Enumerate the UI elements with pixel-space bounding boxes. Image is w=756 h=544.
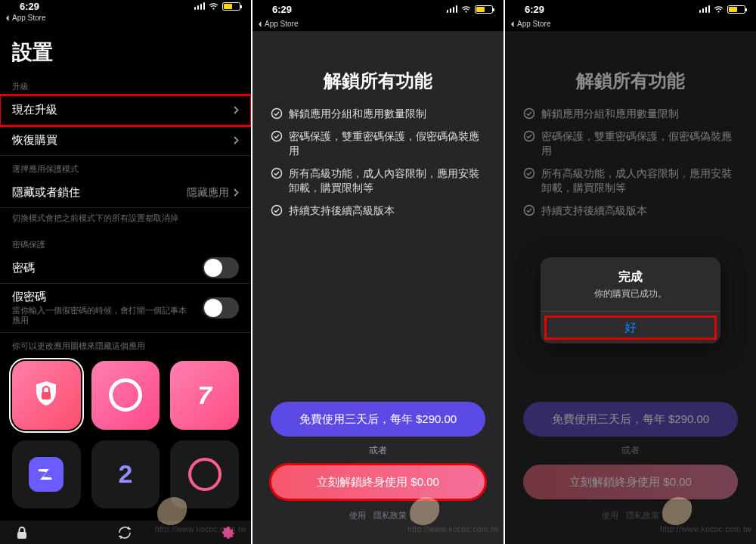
mode-value: 隱藏應用 [187, 186, 229, 200]
svg-point-2 [272, 109, 282, 119]
disguise-icon-z[interactable] [12, 440, 81, 509]
mode-label: 隱藏或者鎖住 [12, 185, 80, 200]
alert-title: 完成 [551, 269, 710, 285]
check-icon [523, 204, 535, 216]
status-bar: 6:29 [505, 0, 756, 18]
battery-icon [475, 5, 493, 14]
or-label: 或者 [523, 444, 738, 457]
check-icon [271, 107, 283, 120]
or-label: 或者 [271, 444, 485, 457]
back-to-appstore[interactable]: App Store [253, 18, 503, 31]
feature-item: 密碼保護，雙重密碼保護，假密碼偽裝應用 [271, 129, 485, 159]
z-logo-icon [29, 457, 64, 492]
digit-seven: 7 [197, 381, 212, 410]
feature-text: 所有高級功能，成人內容限制，應用安裝卸載，購買限制等 [289, 166, 485, 196]
feature-list: 解鎖應用分組和應用數量限制 密碼保護，雙重密碼保護，假密碼偽裝應用 所有高級功能… [253, 107, 503, 218]
status-time: 6:29 [272, 4, 292, 15]
disguise-icon-seven[interactable]: 7 [170, 361, 239, 430]
disguise-icon-shield[interactable] [12, 361, 81, 430]
alert-ok-button[interactable]: 好 [541, 312, 720, 343]
lifetime-unlock-button[interactable]: 立刻解鎖終身使用 $0.00 [523, 465, 738, 499]
mode-row[interactable]: 隱藏或者鎖住 隱藏應用 [0, 178, 251, 208]
mode-footnote: 切換模式會把之前模式下的所有設置都取消掉 [0, 208, 251, 232]
disguise-icon-circle[interactable] [170, 440, 239, 509]
cellular-icon [699, 5, 711, 13]
lock-icon[interactable] [15, 526, 29, 539]
free-trial-button[interactable]: 免費使用三天后，每年 $290.00 [523, 402, 738, 437]
disguise-icon-two[interactable]: 2 [91, 440, 160, 509]
svg-point-5 [272, 205, 282, 215]
alert-message: 你的購買已成功。 [551, 288, 710, 300]
passcode-row[interactable]: 密碼 [0, 253, 251, 284]
unlock-title: 解鎖所有功能 [253, 69, 503, 93]
restore-purchase-row[interactable]: 恢復購買 [0, 126, 251, 156]
chevron-left-icon [510, 21, 516, 27]
chevron-right-icon [234, 188, 239, 197]
battery-icon [222, 2, 240, 11]
feature-list: 解鎖應用分組和應用數量限制 密碼保護，雙重密碼保護，假密碼偽裝應用 所有高級功能… [505, 107, 756, 218]
section-upgrade-label: 升級 [0, 73, 251, 95]
svg-point-8 [525, 168, 534, 178]
back-label: App Store [517, 20, 550, 28]
fakecode-label: 假密碼 [12, 290, 46, 304]
disguise-icon-ring[interactable] [91, 361, 160, 430]
passcode-toggle[interactable] [203, 257, 239, 278]
ring-icon [109, 378, 142, 412]
section-disguise-label: 你可以更改應用圖標來隱藏這個應用 [0, 333, 251, 355]
chevron-left-icon [5, 15, 11, 21]
gear-icon[interactable] [221, 525, 236, 540]
bottom-bar [0, 521, 251, 544]
feature-text: 解鎖應用分組和應用數量限制 [289, 107, 426, 122]
check-icon [523, 167, 535, 179]
svg-point-6 [525, 109, 534, 119]
feature-item: 所有高級功能，成人內容限制，應用安裝卸載，購買限制等 [271, 166, 485, 196]
cellular-icon [194, 2, 206, 10]
free-trial-button[interactable]: 免費使用三天后，每年 $290.00 [271, 402, 485, 437]
screen-unlock: 6:29 App Store 解鎖所有功能 解鎖應用分組和應用數量限制 密碼保護… [253, 0, 503, 544]
digit-two: 2 [119, 459, 133, 489]
wifi-icon [713, 5, 724, 14]
shield-lock-icon [30, 379, 62, 411]
chevron-right-icon [234, 106, 239, 114]
svg-point-3 [272, 131, 282, 141]
footer-links[interactable]: 使用 隱私政策 [271, 510, 485, 521]
circle-icon [188, 458, 222, 491]
feature-item: 密碼保護，雙重密碼保護，假密碼偽裝應用 [523, 129, 738, 159]
status-time: 6:29 [525, 4, 544, 15]
sync-icon[interactable] [117, 525, 132, 540]
unlock-title: 解鎖所有功能 [505, 69, 756, 93]
feature-text: 持續支持後續高級版本 [541, 204, 647, 219]
fakecode-row[interactable]: 假密碼 當你輸入一個假密碼的時候，會打開一個記事本應用 [0, 284, 251, 333]
page-title: 設置 [0, 25, 251, 73]
back-to-appstore[interactable]: App Store [505, 18, 756, 31]
disguise-icon-grid: 7 2 [0, 355, 251, 521]
chevron-left-icon [257, 21, 263, 27]
cta-area: 免費使用三天后，每年 $290.00 或者 立刻解鎖終身使用 $0.00 使用 … [253, 402, 503, 521]
check-icon [271, 204, 283, 216]
feature-text: 所有高級功能，成人內容限制，應用安裝卸載，購買限制等 [541, 166, 738, 196]
screen-unlock-success: 6:29 App Store 解鎖所有功能 解鎖應用分組和應用數量限制 密碼保護… [505, 0, 756, 544]
status-time: 6:29 [20, 1, 39, 12]
lifetime-unlock-button[interactable]: 立刻解鎖終身使用 $0.00 [271, 465, 485, 499]
chevron-right-icon [234, 136, 239, 145]
svg-point-4 [272, 168, 282, 178]
back-to-appstore[interactable]: App Store [0, 12, 251, 25]
status-indicators [699, 5, 746, 14]
upgrade-now-row[interactable]: 現在升級 [0, 95, 251, 126]
section-passcode-label: 密碼保護 [0, 232, 251, 253]
feature-item: 所有高級功能，成人內容限制，應用安裝卸載，購買限制等 [523, 166, 738, 196]
check-icon [271, 167, 283, 179]
svg-point-7 [525, 131, 534, 141]
feature-text: 解鎖應用分組和應用數量限制 [541, 107, 679, 122]
status-indicators [447, 5, 494, 14]
feature-item: 持續支持後續高級版本 [523, 204, 738, 219]
check-icon [523, 130, 535, 142]
fakecode-toggle[interactable] [203, 297, 239, 319]
status-indicators [194, 2, 241, 11]
footer-links[interactable]: 使用 隱私政策 [523, 510, 738, 521]
purchase-success-alert: 完成 你的購買已成功。 好 [541, 257, 720, 343]
svg-point-9 [525, 205, 534, 215]
wifi-icon [460, 5, 472, 14]
back-label: App Store [265, 20, 298, 28]
feature-item: 持續支持後續高級版本 [271, 204, 485, 219]
